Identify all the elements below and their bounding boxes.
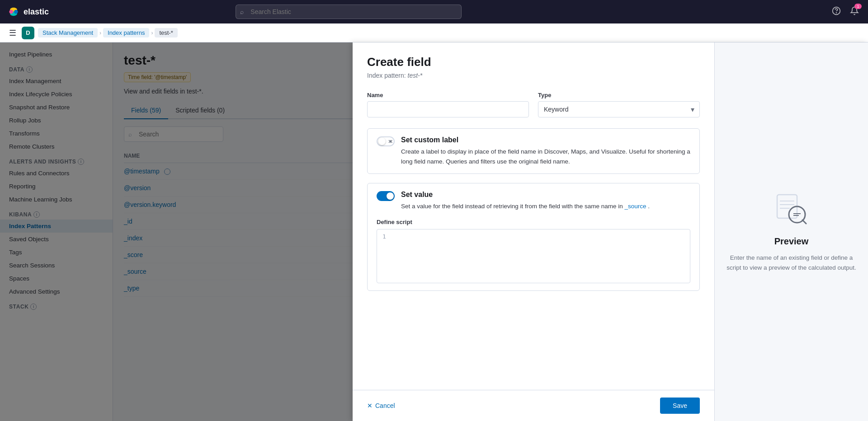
breadcrumb: Stack Management › Index patterns › test… xyxy=(38,28,178,37)
preview-panel: Preview Enter the name of an existing fi… xyxy=(714,42,868,421)
custom-label-section: ✕ Set custom label Create a label to dis… xyxy=(367,128,700,174)
flyout-form-content: Create field Index pattern: test-* Name … xyxy=(353,42,714,390)
set-value-header: Set value Set a value for the field inst… xyxy=(377,191,690,211)
custom-label-desc: Create a label to display in place of th… xyxy=(401,147,690,166)
source-suffix: . xyxy=(648,203,650,210)
set-value-desc: Set a value for the field instead of ret… xyxy=(401,201,650,211)
set-value-text: Set value Set a value for the field inst… xyxy=(401,191,650,211)
script-line-number: 1 xyxy=(382,233,386,279)
flyout-subtitle: Index pattern: test-* xyxy=(367,72,700,79)
toggle-knob-value xyxy=(387,192,394,200)
notifications-icon-btn[interactable]: 1 xyxy=(848,5,861,19)
flyout-form: Create field Index pattern: test-* Name … xyxy=(353,42,714,421)
logo-text: elastic xyxy=(24,7,49,17)
breadcrumb-arrow-2: › xyxy=(151,30,153,36)
flyout-backdrop[interactable] xyxy=(0,42,353,421)
cancel-button[interactable]: ✕ Cancel xyxy=(367,398,395,413)
custom-label-toggle[interactable]: ✕ xyxy=(377,136,395,146)
set-value-toggle[interactable] xyxy=(377,191,395,201)
flyout-index-pattern-name: test-* xyxy=(408,72,423,79)
breadcrumb-stack-management[interactable]: Stack Management xyxy=(38,28,98,37)
script-label: Define script xyxy=(377,219,690,225)
type-form-group: Type Keyword Text Long Integer Double Fl… xyxy=(538,92,700,117)
custom-label-text: Set custom label Create a label to displ… xyxy=(401,136,690,166)
topbar: elastic ⌕ 1 xyxy=(0,0,868,23)
custom-label-title: Set custom label xyxy=(401,136,690,144)
help-icon-btn[interactable] xyxy=(830,5,843,19)
cancel-label: Cancel xyxy=(375,402,395,409)
svg-point-4 xyxy=(14,10,18,14)
flyout-footer: ✕ Cancel Save xyxy=(353,390,714,421)
preview-desc: Enter the name of an existing field or d… xyxy=(726,253,857,272)
preview-title: Preview xyxy=(774,236,809,247)
flyout-title: Create field xyxy=(367,55,700,69)
breadcrumb-arrow-1: › xyxy=(99,30,101,36)
search-wrapper: ⌕ xyxy=(236,5,462,19)
name-input[interactable] xyxy=(367,101,529,117)
user-avatar: D xyxy=(22,27,34,39)
source-link[interactable]: _source xyxy=(625,203,646,210)
set-value-title: Set value xyxy=(401,191,650,199)
notification-badge: 1 xyxy=(854,4,862,9)
preview-icon xyxy=(774,191,810,227)
type-select-wrapper: Keyword Text Long Integer Double Float D… xyxy=(538,101,700,117)
svg-point-6 xyxy=(836,12,837,13)
save-button[interactable]: Save xyxy=(660,398,700,414)
breadcrumb-index-patterns[interactable]: Index patterns xyxy=(103,28,149,37)
svg-line-14 xyxy=(802,220,806,224)
type-select[interactable]: Keyword Text Long Integer Double Float D… xyxy=(538,101,700,117)
flyout-overlay: Create field Index pattern: test-* Name … xyxy=(0,42,868,421)
custom-label-header: ✕ Set custom label Create a label to dis… xyxy=(377,136,690,166)
name-label: Name xyxy=(367,92,529,98)
toggle-knob-custom xyxy=(378,138,386,145)
form-name-type-row: Name Type Keyword Text Long Integer Doub… xyxy=(367,92,700,117)
svg-point-3 xyxy=(9,10,13,14)
cancel-x-icon: ✕ xyxy=(367,402,373,409)
set-value-section: Set value Set a value for the field inst… xyxy=(367,183,700,291)
name-form-group: Name xyxy=(367,92,529,117)
flyout-panel: Create field Index pattern: test-* Name … xyxy=(353,42,868,421)
script-editor[interactable]: 1 xyxy=(377,229,690,283)
global-search-input[interactable] xyxy=(236,5,462,19)
topbar-right: 1 xyxy=(830,5,861,19)
script-section: Define script 1 xyxy=(377,219,690,283)
breadcrumb-test-pattern[interactable]: test-* xyxy=(155,28,177,37)
secondbar: ☰ D Stack Management › Index patterns › … xyxy=(0,23,868,42)
type-label: Type xyxy=(538,92,700,98)
elastic-logo: elastic xyxy=(7,5,49,18)
hamburger-btn[interactable]: ☰ xyxy=(7,26,18,40)
